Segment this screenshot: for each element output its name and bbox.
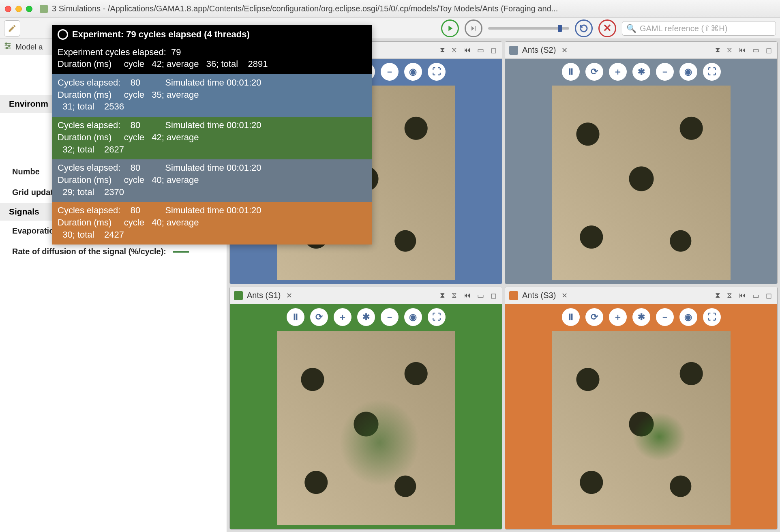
pane-s3-tab[interactable]: Ants (S3) ✕ ⧗ ⧖ ⏮ ▭ ◻ [505, 287, 777, 304]
svg-point-4 [9, 45, 10, 47]
close-icon[interactable]: ✕ [561, 291, 568, 300]
zoom-out-icon[interactable]: － [656, 308, 674, 326]
pane-tool-icon[interactable]: ⏮ [463, 291, 471, 300]
app-icon [40, 5, 48, 13]
pane-tool-icon[interactable]: ⧗ [715, 291, 720, 300]
pane-tool-icon[interactable]: ⧖ [452, 46, 457, 54]
fullscreen-icon[interactable]: ⛶ [428, 308, 446, 326]
experiment-sim1: Cycles elapsed: 80 Simulated time 00:01:… [52, 117, 372, 159]
pane-tool-icon[interactable]: ▭ [752, 291, 759, 300]
speed-slider[interactable] [488, 27, 569, 30]
experiment-overlay: Experiment: 79 cycles elapsed (4 threads… [52, 25, 372, 245]
zoom-out-icon[interactable]: － [381, 63, 399, 81]
pane-tool-icon[interactable]: ⧖ [452, 291, 457, 300]
pane-s3-label: Ants (S3) [522, 291, 556, 300]
search-input[interactable]: 🔍 GAML reference (⇧⌘H) [622, 21, 776, 36]
svg-point-3 [6, 43, 7, 44]
pane-s1-label: Ants (S1) [247, 291, 281, 300]
pane-color-icon [234, 291, 243, 300]
pane-tool-icon[interactable]: ⧗ [440, 291, 445, 300]
diffusion-slider[interactable] [173, 251, 189, 253]
pause-icon[interactable]: ⏸ [562, 308, 580, 326]
pane-s2: Ants (S2) ✕ ⧗ ⧖ ⏮ ▭ ◻ ⏸ ⟳ ＋ ✱ － ◉ ⛶ [505, 41, 778, 284]
pane-controls: ⏸ ⟳ ＋ ✱ － ◉ ⛶ [287, 308, 446, 326]
fit-icon[interactable]: ✱ [357, 308, 375, 326]
pane-s1: Ants (S1) ✕ ⧗ ⧖ ⏮ ▭ ◻ ⏸ ⟳ ＋ ✱ － ◉ ⛶ [229, 287, 502, 530]
window-controls [5, 6, 32, 12]
pane-tool-icon[interactable]: ⧖ [727, 291, 732, 300]
pane-tool-icon[interactable]: ◻ [491, 46, 497, 55]
simulation-canvas[interactable] [552, 331, 731, 525]
simulation-canvas[interactable] [277, 331, 455, 525]
pane-tool-icon[interactable]: ⏮ [739, 46, 746, 54]
pane-tool-icon[interactable]: ◻ [766, 291, 772, 300]
zoom-in-icon[interactable]: ＋ [609, 63, 627, 81]
play-button[interactable] [441, 19, 459, 37]
close-icon[interactable]: ✕ [561, 46, 568, 55]
reload-button[interactable] [575, 19, 593, 37]
experiment-sim0: Cycles elapsed: 80 Simulated time 00:01:… [52, 74, 372, 117]
experiment-header: Experiment: 79 cycles elapsed (4 threads… [52, 25, 372, 44]
snapshot-icon[interactable]: ◉ [679, 308, 697, 326]
search-placeholder: GAML reference (⇧⌘H) [640, 24, 727, 33]
pane-s2-label: Ants (S2) [522, 45, 556, 55]
pane-color-icon [509, 291, 518, 300]
zoom-out-icon[interactable]: － [381, 308, 399, 326]
pane-tool-icon[interactable]: ⧗ [440, 46, 445, 54]
close-icon[interactable]: ✕ [286, 291, 292, 300]
zoom-out-icon[interactable]: － [656, 63, 674, 81]
pane-tool-icon[interactable]: ⏮ [463, 46, 471, 54]
pane-tool-icon[interactable]: ◻ [766, 46, 772, 55]
parameters-icon [3, 41, 12, 53]
zoom-in-icon[interactable]: ＋ [609, 308, 627, 326]
step-button[interactable] [465, 19, 482, 37]
fullscreen-icon[interactable]: ⛶ [428, 63, 446, 81]
sidebar-tab-label[interactable]: Model a [15, 43, 43, 51]
pane-tool-icon[interactable]: ⏮ [739, 291, 746, 300]
pane-color-icon [509, 46, 518, 55]
sync-icon[interactable]: ⟳ [585, 308, 603, 326]
experiment-sim3: Cycles elapsed: 80 Simulated time 00:01:… [52, 202, 372, 245]
pane-tool-icon[interactable]: ⧖ [727, 46, 732, 54]
minimize-window-button[interactable] [15, 6, 22, 12]
pane-tool-icon[interactable]: ▭ [477, 291, 484, 300]
stop-button[interactable]: ✕ [598, 19, 616, 37]
snapshot-icon[interactable]: ◉ [404, 308, 422, 326]
fullscreen-icon[interactable]: ⛶ [703, 308, 721, 326]
pane-tool-icon[interactable]: ▭ [477, 46, 484, 55]
close-window-button[interactable] [5, 6, 11, 12]
experiment-summary: Experiment cycles elapsed: 79 Duration (… [52, 44, 372, 74]
fit-icon[interactable]: ✱ [632, 63, 650, 81]
search-icon: 🔍 [626, 24, 636, 33]
pane-s3: Ants (S3) ✕ ⧗ ⧖ ⏮ ▭ ◻ ⏸ ⟳ ＋ ✱ － ◉ ⛶ [505, 287, 778, 530]
zoom-in-icon[interactable]: ＋ [334, 308, 351, 326]
pane-controls: ⏸ ⟳ ＋ ✱ － ◉ ⛶ [562, 63, 721, 81]
fullscreen-icon[interactable]: ⛶ [703, 63, 721, 81]
pane-s2-tab[interactable]: Ants (S2) ✕ ⧗ ⧖ ⏮ ▭ ◻ [505, 42, 777, 59]
experiment-sim2: Cycles elapsed: 80 Simulated time 00:01:… [52, 159, 372, 202]
pause-icon[interactable]: ⏸ [562, 63, 580, 81]
pane-tool-icon[interactable]: ▭ [752, 46, 759, 55]
maximize-window-button[interactable] [26, 6, 32, 12]
sync-icon[interactable]: ⟳ [585, 63, 603, 81]
snapshot-icon[interactable]: ◉ [679, 63, 697, 81]
pane-controls: ⏸ ⟳ ＋ ✱ － ◉ ⛶ [562, 308, 721, 326]
sync-icon[interactable]: ⟳ [310, 308, 328, 326]
clock-icon [58, 29, 68, 40]
pane-s1-tab[interactable]: Ants (S1) ✕ ⧗ ⧖ ⏮ ▭ ◻ [230, 287, 502, 304]
titlebar: 3 Simulations - /Applications/GAMA1.8.ap… [0, 0, 780, 18]
snapshot-icon[interactable]: ◉ [404, 63, 422, 81]
svg-point-5 [6, 47, 8, 49]
pane-tool-icon[interactable]: ⧗ [715, 46, 720, 54]
pause-icon[interactable]: ⏸ [287, 308, 304, 326]
edit-button[interactable] [4, 20, 20, 36]
fit-icon[interactable]: ✱ [632, 308, 650, 326]
pane-tool-icon[interactable]: ◻ [491, 291, 497, 300]
simulation-canvas[interactable] [552, 86, 731, 280]
window-title: 3 Simulations - /Applications/GAMA1.8.ap… [52, 4, 558, 13]
